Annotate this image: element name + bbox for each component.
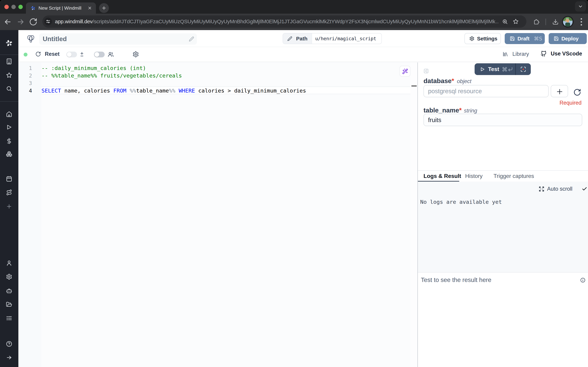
search-icon: [6, 85, 12, 92]
code-editor[interactable]: 1234 -- :daily_minimum_calories (int)-- …: [18, 62, 417, 367]
path-control[interactable]: Path u/henri/magical_script: [283, 33, 382, 44]
url-bar[interactable]: app.windmill.dev/scripts/add#JTdCJTIyaGF…: [42, 15, 526, 28]
extensions-icon[interactable]: [533, 19, 539, 25]
test-run-segment[interactable]: Test: [475, 63, 515, 75]
back-icon[interactable]: [3, 18, 12, 26]
sidebar-item-home[interactable]: [6, 111, 12, 117]
field-database-label: database*: [423, 77, 454, 85]
expand-icon[interactable]: [539, 186, 545, 192]
reset-button[interactable]: Reset: [35, 51, 59, 57]
check-icon[interactable]: [582, 186, 587, 192]
reset-label: Reset: [45, 51, 59, 57]
sidebar-item-triggers[interactable]: [6, 189, 12, 196]
zoom-icon[interactable]: [502, 19, 508, 25]
tab-title: New Script | Windmill: [39, 2, 81, 14]
sidebar-item-workspace[interactable]: [6, 58, 12, 65]
tune-icon: [46, 19, 50, 24]
add-resource-button[interactable]: [551, 85, 568, 97]
url-text[interactable]: app.windmill.dev/scripts/add#JTdCJTIyaGF…: [55, 15, 498, 28]
run-panel: Test database* object postg: [418, 62, 588, 367]
tab-logs-result[interactable]: Logs & Result: [423, 171, 461, 182]
result-pane: Test to see the result here: [418, 273, 588, 367]
path-edit-button[interactable]: Path: [283, 33, 312, 44]
script-header: Untitled Path u/henri/magical_script Set…: [18, 30, 588, 47]
macos-close-button[interactable]: [4, 5, 9, 9]
calendar-icon: [6, 176, 12, 182]
sidebar-item-help[interactable]: [6, 341, 12, 347]
macos-minimize-button[interactable]: [11, 5, 16, 9]
tab-close-icon[interactable]: [87, 6, 92, 10]
list-icon: [6, 315, 12, 321]
sidebar-item-search[interactable]: [6, 85, 12, 92]
tab-trigger-captures[interactable]: Trigger captures: [494, 171, 534, 182]
menu-dots-icon[interactable]: [580, 18, 582, 26]
sidebar-item-folders[interactable]: [6, 301, 12, 308]
editor-toolbar: Reset Library Use VScode: [18, 47, 588, 62]
sidebar-item-account[interactable]: [6, 260, 12, 266]
avatar-photo: [563, 17, 573, 27]
help-circle-icon: [6, 341, 12, 347]
sidebar-item-audit-logs[interactable]: [6, 315, 12, 321]
forward-icon[interactable]: [17, 18, 25, 26]
library-button[interactable]: Library: [503, 51, 529, 57]
toggle-knob: [67, 52, 72, 57]
autoscroll-control[interactable]: Auto scroll: [539, 186, 587, 192]
bookmark-star-icon[interactable]: [513, 18, 519, 25]
refresh-resources-icon[interactable]: [573, 88, 581, 96]
test-shortcut: [502, 67, 513, 72]
sidebar-item-settings[interactable]: [6, 274, 12, 280]
url-host: app.windmill.dev: [55, 18, 92, 24]
gear-icon: [469, 36, 474, 41]
tab-history[interactable]: History: [465, 171, 483, 182]
script-summary-input[interactable]: Untitled: [39, 33, 197, 45]
field-table-name-type: string: [464, 108, 477, 114]
tab-search-button[interactable]: [575, 1, 586, 12]
code-line: -- :daily_minimum_calories (int): [42, 64, 410, 72]
plus-minus-icon: [79, 51, 85, 58]
collapse-panel-icon[interactable]: [423, 68, 429, 74]
table-name-input[interactable]: fruits: [423, 114, 582, 126]
edit-pencil-icon: [287, 36, 292, 41]
windmill-logo[interactable]: [5, 39, 13, 47]
sidebar-item-runs[interactable]: [6, 124, 12, 130]
plus-icon: [101, 5, 107, 11]
profile-avatar[interactable]: [562, 16, 574, 28]
deploy-button[interactable]: Deploy: [549, 33, 587, 44]
sidebar-item-resources[interactable]: [6, 151, 12, 157]
macos-zoom-button[interactable]: [18, 5, 23, 9]
edit-pencil-icon[interactable]: [189, 36, 194, 42]
editor-settings-gear-icon[interactable]: [133, 51, 139, 58]
sidebar-item-workers[interactable]: [6, 288, 12, 294]
site-settings-button[interactable]: [44, 18, 52, 25]
info-icon[interactable]: [580, 277, 586, 283]
sidebar-item-schedules[interactable]: [6, 176, 12, 182]
database-input[interactable]: postgresql resource: [423, 85, 549, 97]
sidebar-collapse-arrow[interactable]: [6, 354, 12, 361]
sidebar-item-variables[interactable]: [6, 138, 12, 144]
autoscroll-label: Auto scroll: [547, 186, 572, 192]
editor-overview-ruler: [410, 62, 417, 367]
dollar-icon: [6, 138, 12, 144]
diff-toggle[interactable]: [66, 52, 77, 57]
gear-icon: [6, 274, 12, 280]
browser-tab[interactable]: New Script | Windmill: [26, 2, 96, 14]
github-icon: [541, 50, 547, 57]
test-button[interactable]: Test: [475, 63, 531, 75]
cubes-icon: [6, 151, 12, 157]
reload-icon[interactable]: [29, 18, 37, 26]
new-tab-button[interactable]: [99, 3, 109, 13]
settings-button[interactable]: Settings: [464, 33, 501, 44]
home-icon: [6, 111, 12, 117]
draft-button[interactable]: Draft ⌘S: [505, 33, 545, 44]
app-sidebar: [0, 30, 18, 367]
sidebar-item-favorites[interactable]: [6, 72, 12, 78]
sidebar-item-add[interactable]: [6, 203, 12, 209]
ai-assistant-button[interactable]: [400, 66, 410, 77]
collab-toggle[interactable]: [94, 52, 105, 57]
line-number: 4: [18, 87, 32, 94]
capture-test-button[interactable]: [516, 63, 531, 75]
use-vscode-button[interactable]: Use VScode: [541, 50, 582, 57]
downloads-icon[interactable]: [552, 19, 559, 25]
editor-code[interactable]: -- :daily_minimum_calories (int)-- %%tab…: [42, 62, 410, 367]
url-path: /scripts/add#JTdCJTIyaGFzaCUyMiUzQSUyMiU…: [92, 18, 498, 24]
